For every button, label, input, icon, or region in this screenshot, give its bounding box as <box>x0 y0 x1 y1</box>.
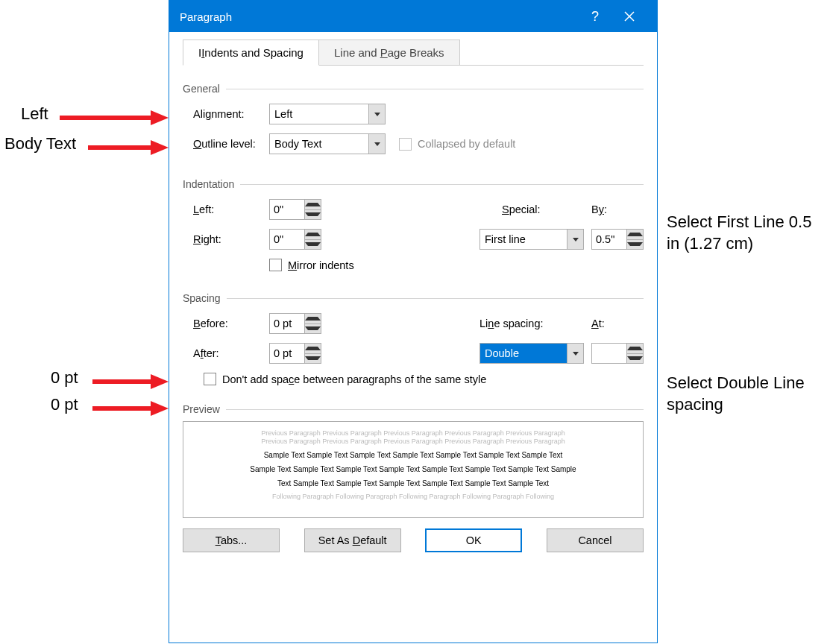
at-label: At: <box>591 318 644 329</box>
callout-0pt-before: 0 pt <box>51 368 78 388</box>
outline-select[interactable]: Body Text <box>269 133 386 154</box>
spinner-up-icon[interactable] <box>305 200 321 209</box>
callout-firstline: Select First Line 0.5 in (1.27 cm) <box>667 212 823 254</box>
close-button[interactable] <box>612 1 647 32</box>
dont-add-space-label: Don't add space between paragraphs of th… <box>222 373 486 385</box>
spinner-up-icon[interactable] <box>627 230 643 239</box>
section-spacing-title: Spacing <box>183 292 644 304</box>
section-indentation-title: Indentation <box>183 178 644 190</box>
tabs-button[interactable]: Tabs... <box>183 528 280 552</box>
help-button[interactable]: ? <box>578 1 612 32</box>
callout-left: Left <box>21 104 48 124</box>
section-general-title: General <box>183 83 644 95</box>
preview-box: Previous Paragraph Previous Paragraph Pr… <box>183 421 644 518</box>
svg-marker-3 <box>151 140 169 155</box>
chevron-down-icon <box>368 104 385 124</box>
arrow-bodytext-icon <box>88 139 169 157</box>
alignment-select[interactable]: Left <box>269 104 386 124</box>
alignment-label: Alignment: <box>193 108 269 120</box>
spinner-up-icon[interactable] <box>627 344 643 353</box>
set-default-button[interactable]: Set As Default <box>304 528 401 552</box>
chevron-down-icon <box>567 344 583 363</box>
spinner-down-icon[interactable] <box>305 239 321 250</box>
cancel-button[interactable]: Cancel <box>547 528 644 552</box>
paragraph-dialog: Paragraph ? IIndents and Spacing Line an… <box>169 0 658 643</box>
callout-bodytext: Body Text <box>4 134 76 154</box>
mirror-checkbox[interactable] <box>269 259 282 271</box>
svg-marker-1 <box>151 110 169 125</box>
arrow-left-icon <box>60 109 169 127</box>
indent-right-label: Right: <box>193 233 269 245</box>
mirror-label: Mirror indents <box>288 259 354 271</box>
dont-add-space-checkbox[interactable] <box>204 373 216 385</box>
indent-left-label: Left: <box>193 203 269 215</box>
after-label: After: <box>193 347 269 359</box>
line-spacing-select[interactable]: Double <box>479 343 584 364</box>
svg-marker-7 <box>151 401 169 416</box>
spinner-down-icon[interactable] <box>305 353 321 364</box>
special-select[interactable]: First line <box>479 229 584 250</box>
before-spinner[interactable]: 0 pt <box>269 313 321 334</box>
at-spinner[interactable] <box>591 343 644 364</box>
dialog-title: Paragraph <box>180 10 578 23</box>
arrow-before-icon <box>92 373 169 391</box>
ok-button[interactable]: OK <box>425 528 522 552</box>
tab-indents-spacing[interactable]: IIndents and Spacing <box>183 40 319 66</box>
tab-indents-spacing-label: Indents and Spacing <box>201 46 304 59</box>
spinner-up-icon[interactable] <box>305 344 321 353</box>
section-preview-title: Preview <box>183 403 644 415</box>
line-spacing-label: Line spacing: <box>479 318 591 329</box>
outline-label: Outline level: <box>193 138 269 150</box>
by-label: By: <box>591 203 644 215</box>
by-spinner[interactable]: 0.5" <box>591 229 644 250</box>
indent-left-spinner[interactable]: 0" <box>269 199 321 220</box>
spinner-down-icon[interactable] <box>305 209 321 220</box>
spinner-down-icon[interactable] <box>305 323 321 334</box>
spinner-down-icon[interactable] <box>627 239 643 250</box>
spinner-up-icon[interactable] <box>305 230 321 239</box>
special-label: Special: <box>502 203 591 215</box>
chevron-down-icon <box>368 134 385 154</box>
collapsed-checkbox <box>399 138 412 151</box>
svg-marker-5 <box>151 374 169 389</box>
chevron-down-icon <box>567 230 583 249</box>
collapsed-label: Collapsed by default <box>418 138 515 150</box>
callout-double: Select Double Line spacing <box>667 373 823 415</box>
after-spinner[interactable]: 0 pt <box>269 343 321 364</box>
spinner-up-icon[interactable] <box>305 314 321 323</box>
indent-right-spinner[interactable]: 0" <box>269 229 321 250</box>
spinner-down-icon[interactable] <box>627 353 643 364</box>
callout-0pt-after: 0 pt <box>51 395 78 414</box>
tab-line-breaks-label: Line and Page Breaks <box>334 46 444 59</box>
before-label: Before: <box>193 318 269 329</box>
tab-line-page-breaks[interactable]: Line and Page Breaks <box>319 40 460 66</box>
titlebar: Paragraph ? <box>169 1 657 32</box>
arrow-after-icon <box>92 400 169 417</box>
